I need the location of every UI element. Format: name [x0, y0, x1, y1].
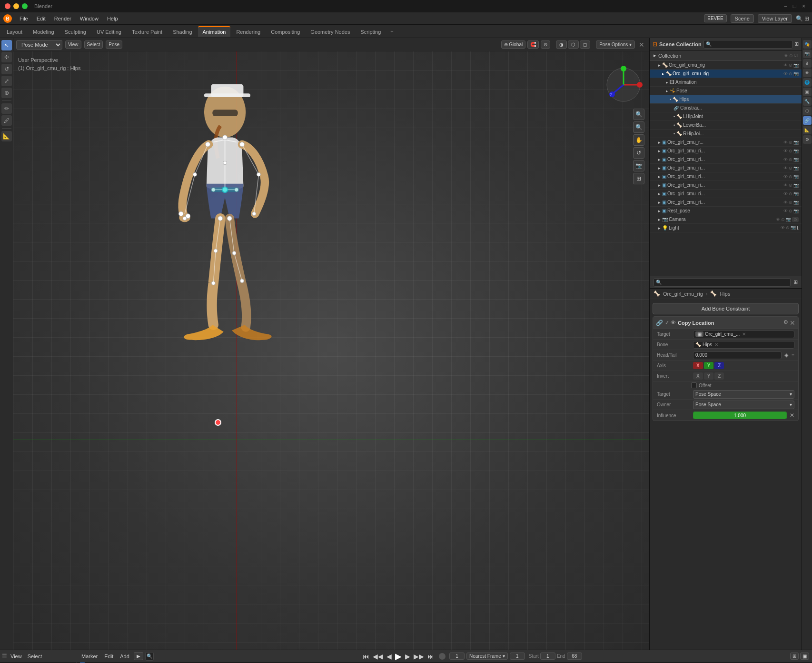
- tab-shading[interactable]: Shading: [168, 26, 197, 37]
- tab-animation[interactable]: Animation: [198, 26, 231, 37]
- scale-tool-btn[interactable]: ⤢: [1, 76, 12, 86]
- scene-selector[interactable]: Scene: [731, 14, 754, 23]
- axis-x-btn[interactable]: X: [693, 362, 703, 369]
- sel-icon[interactable]: ⊙: [789, 140, 792, 145]
- vis-icon[interactable]: 👁: [783, 157, 788, 162]
- prop-vtab-data[interactable]: 📐: [803, 126, 812, 134]
- start-frame-display[interactable]: 1: [540, 653, 555, 660]
- win-minimize-btn[interactable]: −: [782, 3, 789, 10]
- viewport-shading-btn[interactable]: ◑: [556, 40, 567, 49]
- tab-geometry-nodes[interactable]: Geometry Nodes: [306, 26, 355, 37]
- vis-icon[interactable]: 👁: [783, 191, 788, 196]
- play-btn[interactable]: ▶: [394, 651, 403, 662]
- headtail-extra-icon[interactable]: ≡: [792, 352, 794, 358]
- prop-vtab-modifiers[interactable]: 🔧: [803, 97, 812, 106]
- prop-vtab-render[interactable]: 📷: [803, 50, 812, 58]
- measure-btn[interactable]: 📐: [1, 131, 12, 141]
- tree-item-animation[interactable]: ▸ 🎞 Animation: [650, 78, 802, 87]
- maximize-button[interactable]: [22, 3, 28, 9]
- tab-texture-paint[interactable]: Texture Paint: [127, 26, 167, 37]
- tree-item-rest-pose[interactable]: ▸ ▣ Rest_pose 👁 ⊙ 📷: [650, 207, 802, 215]
- tree-item-lowerback[interactable]: • 🦴 LowerBa...: [650, 121, 802, 130]
- jump-start-btn[interactable]: ⏮: [362, 653, 370, 660]
- prop-vtab-view[interactable]: 👁: [803, 69, 812, 77]
- vis-icon[interactable]: 👁: [781, 225, 785, 231]
- rotate-tool-btn[interactable]: ↺: [1, 64, 12, 74]
- next-frame-btn[interactable]: ▶: [404, 653, 411, 660]
- vis-icon[interactable]: 👁: [783, 166, 788, 171]
- tab-rendering[interactable]: Rendering: [231, 26, 265, 37]
- add-bone-constraint-btn[interactable]: Add Bone Constraint: [653, 303, 799, 314]
- sel-icon[interactable]: ⊙: [786, 225, 790, 231]
- viewport-canvas[interactable]: User Perspective (1) Orc_girl_cmu_rig : …: [13, 51, 649, 650]
- tab-compositing[interactable]: Compositing: [266, 26, 305, 37]
- tree-item-mesh-2[interactable]: ▸ ▣ Orc_girl_cmu_ri... 👁 ⊙ 📷: [650, 147, 802, 155]
- rend-icon[interactable]: 📷: [793, 209, 799, 213]
- timeline-add-btn[interactable]: Add: [118, 653, 132, 660]
- global-transform-btn[interactable]: ⊕ Global: [501, 40, 526, 49]
- viewport-pan[interactable]: ✋: [633, 134, 644, 146]
- rend-icon[interactable]: 📷: [793, 149, 799, 153]
- tab-layout[interactable]: Layout: [2, 26, 27, 37]
- timeline-filter-btn[interactable]: ⊞: [790, 653, 799, 660]
- viewport-zoom-in[interactable]: 🔍: [633, 109, 644, 120]
- invert-y-btn[interactable]: Y: [704, 372, 714, 380]
- rend-icon[interactable]: 📷: [793, 63, 799, 68]
- add-workspace-button[interactable]: +: [386, 27, 397, 36]
- vis-icon[interactable]: 👁: [776, 217, 780, 222]
- timeline-search-btn[interactable]: 🔍: [145, 652, 154, 661]
- viewport-header-close[interactable]: ✕: [637, 41, 646, 49]
- vis-icon[interactable]: 👁: [783, 140, 788, 145]
- rend-icon[interactable]: 📷: [786, 217, 791, 222]
- snap-btn[interactable]: 🧲: [527, 40, 539, 49]
- menu-file[interactable]: File: [16, 15, 31, 22]
- constraint-close-btn[interactable]: ✕: [790, 319, 795, 327]
- rend-icon[interactable]: 📷: [793, 140, 799, 145]
- tab-modeling[interactable]: Modeling: [28, 26, 59, 37]
- vis-icon[interactable]: 👁: [783, 200, 788, 205]
- influence-bar[interactable]: 1.000: [693, 412, 787, 419]
- eye-icon[interactable]: 👁: [784, 53, 788, 58]
- prop-vtab-particles[interactable]: ⬡: [803, 107, 812, 115]
- prev-keyframe-btn[interactable]: ◀◀: [372, 653, 384, 660]
- end-frame-display[interactable]: 68: [567, 653, 582, 660]
- view-layer-selector[interactable]: View Layer: [758, 14, 792, 23]
- properties-search[interactable]: [654, 278, 791, 287]
- bone-clear-btn[interactable]: ✕: [714, 342, 718, 347]
- timeline-menu-icon[interactable]: ☰: [2, 653, 7, 660]
- sel-icon[interactable]: ⊙: [789, 71, 792, 76]
- select-tool-btn[interactable]: ↖: [1, 40, 12, 50]
- constraint-enabled-icon[interactable]: ✓: [665, 320, 669, 326]
- prop-vtab-material[interactable]: ⚙: [803, 135, 812, 144]
- tree-item-light[interactable]: ▸ 💡 Light 👁 ⊙ 📷 ℹ: [650, 224, 802, 232]
- vis-icon[interactable]: 👁: [783, 183, 788, 188]
- menu-help[interactable]: Help: [104, 15, 121, 22]
- timeline-select-btn[interactable]: Select: [25, 653, 45, 660]
- win-restore-btn[interactable]: □: [791, 3, 798, 10]
- axis-y-btn[interactable]: Y: [704, 362, 714, 369]
- rend-icon[interactable]: 📷: [793, 166, 799, 171]
- viewport-camera[interactable]: 📷: [633, 160, 644, 171]
- top-search-icon[interactable]: 🔍: [796, 15, 803, 22]
- sel-icon[interactable]: ⊙: [789, 166, 792, 171]
- rend-icon[interactable]: 📷: [793, 174, 799, 179]
- constraint-header[interactable]: 🔗 ✓ 👁 Copy Location ⚙ ✕: [653, 317, 798, 329]
- invert-z-btn[interactable]: Z: [714, 372, 724, 380]
- filter-icon[interactable]: ⊞: [804, 15, 809, 22]
- sel-icon[interactable]: ⊙: [789, 200, 792, 205]
- current-frame-display[interactable]: 1: [449, 653, 465, 660]
- minimize-button[interactable]: [13, 3, 19, 9]
- headtail-value[interactable]: 0.000: [693, 352, 782, 359]
- xray-btn[interactable]: ◻: [580, 40, 590, 49]
- rend-icon[interactable]: 📷: [791, 225, 796, 231]
- annotate-btn[interactable]: ✏: [1, 103, 12, 114]
- outliner-search[interactable]: [703, 40, 792, 49]
- viewport-orbit[interactable]: ↺: [633, 147, 644, 159]
- pose-options-btn[interactable]: Pose Options ▾: [596, 40, 635, 49]
- tree-item-mesh-8[interactable]: ▸ ▣ Orc_girl_cmu_ri... 👁 ⊙ 📷: [650, 198, 802, 207]
- tree-item-mesh-4[interactable]: ▸ ▣ Orc_girl_cmu_ri... 👁 ⊙ 📷: [650, 164, 802, 172]
- cursor-icon[interactable]: ⊙: [789, 53, 793, 58]
- viewport-overlay-btn[interactable]: ⬡: [568, 40, 579, 49]
- rend-icon[interactable]: 📷: [793, 183, 799, 188]
- influence-clear-btn[interactable]: ✕: [790, 412, 794, 419]
